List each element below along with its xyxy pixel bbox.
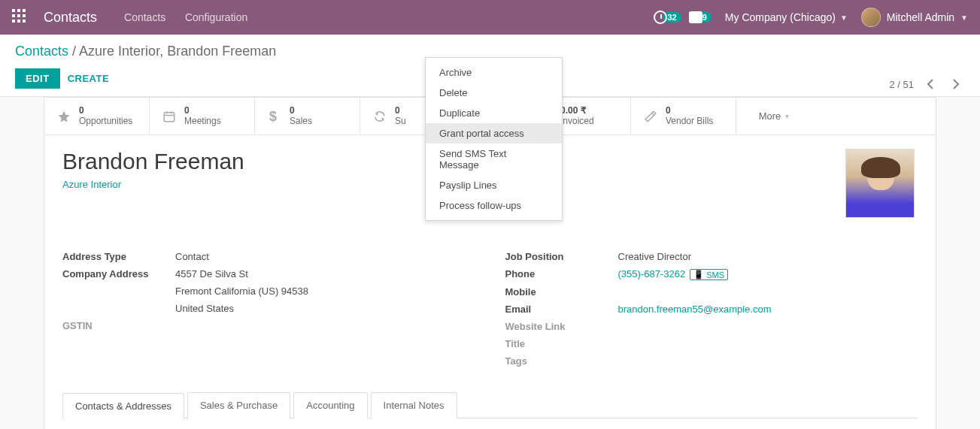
label-mobile: Mobile <box>505 286 618 298</box>
company-name: My Company (Chicago) <box>725 11 836 23</box>
tab-contacts-addresses[interactable]: Contacts & Addresses <box>62 393 184 419</box>
apps-icon[interactable] <box>12 9 29 26</box>
value-address-type: Contact <box>175 251 475 262</box>
value-city: Fremont California (US) 94538 <box>175 285 475 297</box>
tab-accounting[interactable]: Accounting <box>293 392 367 418</box>
caret-down-icon: ▼ <box>840 14 848 22</box>
dropdown-delete[interactable]: Delete <box>426 83 562 103</box>
dollar-icon: $ <box>267 109 282 124</box>
company-switcher[interactable]: My Company (Chicago) ▼ <box>725 11 848 23</box>
svg-rect-0 <box>164 112 174 121</box>
label-website: Website Link <box>505 321 618 332</box>
contact-photo[interactable] <box>845 149 915 218</box>
messages-badge[interactable]: 9 <box>689 11 711 23</box>
stat-meetings[interactable]: 0Meetings <box>150 98 255 134</box>
pager-text: 2 / 51 <box>889 79 914 90</box>
chat-icon <box>689 11 702 23</box>
star-icon <box>56 110 71 123</box>
label-phone: Phone <box>505 268 618 280</box>
more-label: More <box>759 110 781 122</box>
value-country: United States <box>175 303 475 314</box>
stat-opportunities[interactable]: 0Opportunities <box>44 98 150 134</box>
pager-next[interactable] <box>947 75 965 93</box>
pager-prev[interactable] <box>921 75 939 93</box>
dropdown-followups[interactable]: Process follow-ups <box>426 195 562 216</box>
avatar-icon <box>861 8 881 27</box>
value-street: 4557 De Silva St <box>175 268 475 279</box>
breadcrumb-root[interactable]: Contacts <box>15 44 68 59</box>
label-job: Job Position <box>505 251 618 262</box>
top-navbar: Contacts Contacts Configuration 32 9 My … <box>0 0 980 35</box>
value-email[interactable]: brandon.freeman55@example.com <box>618 304 918 315</box>
caret-down-icon: ▾ <box>785 112 789 120</box>
dropdown-send-sms[interactable]: Send SMS Text Message <box>426 144 562 175</box>
action-dropdown: Archive Delete Duplicate Grant portal ac… <box>425 57 563 221</box>
label-gstin: GSTIN <box>62 320 175 331</box>
stat-vendor-bills[interactable]: 0Vendor Bills <box>631 98 736 134</box>
left-column: Address TypeContact Company Address4557 … <box>62 248 475 370</box>
activities-badge[interactable]: 32 <box>654 11 681 24</box>
pencil-icon <box>643 110 658 123</box>
right-column: Job PositionCreative Director Phone(355)… <box>505 248 918 370</box>
label-email: Email <box>505 304 618 315</box>
sms-button[interactable]: 📱 SMS <box>690 269 728 280</box>
user-menu[interactable]: Mitchell Admin ▼ <box>861 8 968 27</box>
menu-configuration[interactable]: Configuration <box>185 11 247 23</box>
caret-down-icon: ▼ <box>960 14 968 22</box>
dropdown-duplicate[interactable]: Duplicate <box>426 103 562 123</box>
app-brand[interactable]: Contacts <box>44 10 97 26</box>
menu-contacts[interactable]: Contacts <box>124 11 165 23</box>
edit-button[interactable]: EDIT <box>15 68 60 89</box>
refresh-icon <box>372 110 387 123</box>
label-tags: Tags <box>505 355 618 367</box>
svg-text:$: $ <box>269 109 277 124</box>
breadcrumb-current: Azure Interior, Brandon Freeman <box>79 44 276 59</box>
stat-sales[interactable]: $ 0Sales <box>255 98 360 134</box>
pager: 2 / 51 <box>889 75 965 93</box>
contact-name: Brandon Freeman <box>62 149 244 174</box>
user-name: Mitchell Admin <box>887 11 954 23</box>
label-address-type: Address Type <box>62 251 175 262</box>
stat-more[interactable]: More ▾ <box>736 98 812 134</box>
tab-internal-notes[interactable]: Internal Notes <box>371 392 457 418</box>
label-company-address: Company Address <box>62 268 175 279</box>
tabs: Contacts & Addresses Sales & Purchase Ac… <box>62 392 918 418</box>
dropdown-grant-portal[interactable]: Grant portal access <box>426 123 562 144</box>
calendar-icon <box>162 110 177 123</box>
dropdown-payslip[interactable]: Payslip Lines <box>426 175 562 195</box>
create-button[interactable]: CREATE <box>68 73 109 84</box>
dropdown-archive[interactable]: Archive <box>426 62 562 83</box>
tab-sales-purchase[interactable]: Sales & Purchase <box>187 392 290 418</box>
top-menu: Contacts Configuration <box>124 11 264 23</box>
label-title: Title <box>505 338 618 349</box>
company-link[interactable]: Azure Interior <box>62 179 121 190</box>
value-phone[interactable]: (355)-687-3262 <box>618 268 686 279</box>
value-job: Creative Director <box>618 251 918 262</box>
